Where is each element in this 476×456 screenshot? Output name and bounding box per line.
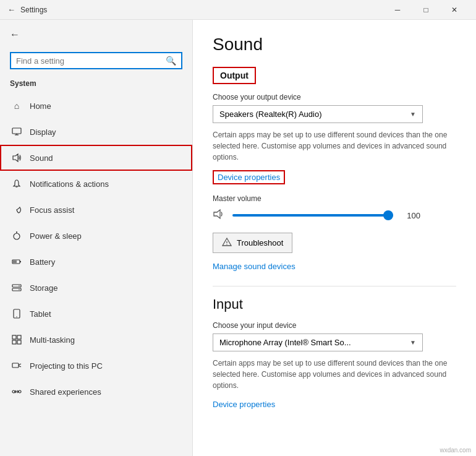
sidebar-item-home[interactable]: ⌂ Home [0, 93, 192, 119]
sidebar-item-label: Home [30, 101, 51, 111]
input-section-title: Input [213, 296, 456, 312]
sidebar-item-display[interactable]: Display [0, 119, 192, 145]
battery-icon [11, 256, 22, 267]
svg-line-21 [19, 366, 21, 367]
volume-section: Master volume 100 [213, 194, 456, 223]
svg-point-14 [16, 316, 17, 317]
sidebar-item-notifications[interactable]: Notifications & actions [0, 171, 192, 197]
svg-rect-19 [12, 363, 19, 368]
back-arrow-icon: ← [10, 29, 20, 40]
troubleshoot-label: Troubleshoot [237, 238, 283, 247]
svg-rect-15 [12, 335, 16, 339]
search-icon: 🔍 [166, 56, 176, 66]
search-input[interactable] [16, 56, 166, 66]
sidebar-item-label: Display [30, 127, 56, 137]
svg-line-20 [19, 364, 21, 365]
svg-rect-0 [12, 128, 21, 134]
device-properties-link[interactable]: Device properties [213, 170, 285, 184]
input-section: Input Choose your input device Microphon… [213, 296, 456, 419]
sidebar-item-label: Tablet [30, 309, 51, 319]
volume-row: 100 [213, 208, 456, 223]
sound-icon [11, 152, 22, 163]
svg-rect-9 [12, 285, 21, 287]
sidebar-item-power[interactable]: Power & sleep [0, 223, 192, 249]
troubleshoot-button[interactable]: Troubleshoot [213, 233, 292, 253]
power-icon [11, 230, 22, 241]
sidebar-item-storage[interactable]: Storage [0, 275, 192, 301]
sidebar-item-label: Sound [30, 153, 53, 163]
manage-sound-devices-link[interactable]: Manage sound devices [213, 262, 295, 271]
output-section: Output Choose your output device Speaker… [213, 67, 456, 281]
svg-rect-17 [12, 340, 16, 344]
titlebar: ← Settings ─ □ ✕ [0, 0, 476, 20]
sidebar-back-button[interactable]: ← [0, 20, 192, 49]
sidebar-item-projecting[interactable]: Projecting to this PC [0, 353, 192, 379]
sidebar-item-label: Storage [30, 283, 58, 293]
content-area: Sound Output Choose your output device S… [193, 20, 476, 456]
sidebar-item-multitasking[interactable]: Multi-tasking [0, 327, 192, 353]
svg-point-26 [226, 244, 227, 244]
window-controls: ─ □ ✕ [383, 0, 469, 20]
sidebar: ← 🔍 System ⌂ Home Display [0, 20, 193, 456]
output-info-text: Certain apps may be set up to use differ… [213, 129, 448, 163]
volume-thumb[interactable] [383, 210, 393, 220]
back-icon[interactable]: ← [7, 5, 15, 14]
sidebar-item-sound[interactable]: Sound [0, 145, 192, 171]
sidebar-item-label: Battery [30, 257, 55, 267]
choose-output-label: Choose your output device [213, 93, 456, 101]
svg-rect-8 [13, 260, 17, 263]
window-title: Settings [20, 6, 383, 14]
shared-icon [11, 386, 22, 397]
svg-marker-3 [13, 154, 18, 161]
svg-rect-10 [12, 288, 21, 291]
svg-point-4 [14, 233, 20, 239]
display-icon [11, 126, 22, 137]
storage-icon [11, 282, 22, 293]
tablet-icon [11, 308, 22, 319]
volume-value: 100 [401, 211, 420, 220]
section-divider [213, 286, 456, 286]
sidebar-item-tablet[interactable]: Tablet [0, 301, 192, 327]
focus-icon [11, 204, 22, 215]
notifications-icon [11, 178, 22, 189]
output-device-value: Speakers (Realtek(R) Audio) [219, 110, 321, 119]
svg-point-11 [19, 285, 20, 286]
sidebar-item-focus[interactable]: Focus assist [0, 197, 192, 223]
input-device-properties-link[interactable]: Device properties [213, 400, 275, 409]
dropdown-chevron-icon: ▼ [410, 339, 416, 346]
sidebar-item-label: Shared experiences [30, 387, 101, 397]
output-device-dropdown[interactable]: Speakers (Realtek(R) Audio) ▼ [213, 105, 423, 123]
output-section-header: Output [213, 67, 256, 84]
input-device-value: Microphone Array (Intel® Smart So... [219, 338, 351, 347]
projecting-icon [11, 360, 22, 371]
sidebar-item-label: Notifications & actions [30, 179, 109, 189]
input-info-text: Certain apps may be set up to use differ… [213, 358, 448, 391]
volume-label: Master volume [213, 194, 456, 203]
home-icon: ⌂ [11, 100, 22, 111]
volume-track [232, 214, 393, 217]
svg-point-12 [19, 289, 20, 290]
minimize-button[interactable]: ─ [383, 0, 412, 20]
sidebar-item-shared[interactable]: Shared experiences [0, 379, 192, 405]
svg-rect-7 [20, 261, 21, 262]
multitasking-icon [11, 334, 22, 345]
sidebar-item-label: Focus assist [30, 205, 74, 215]
dropdown-chevron-icon: ▼ [410, 111, 416, 118]
svg-rect-16 [17, 335, 21, 339]
sidebar-section-label: System [0, 77, 192, 93]
sidebar-item-label: Projecting to this PC [30, 361, 103, 371]
volume-speaker-icon [213, 208, 225, 223]
input-device-dropdown[interactable]: Microphone Array (Intel® Smart So... ▼ [213, 333, 423, 351]
close-button[interactable]: ✕ [440, 0, 469, 20]
maximize-button[interactable]: □ [412, 0, 440, 20]
search-box[interactable]: 🔍 [10, 52, 182, 69]
volume-slider[interactable] [232, 209, 393, 222]
main-layout: ← 🔍 System ⌂ Home Display [0, 20, 476, 456]
warning-icon [222, 237, 232, 249]
sidebar-item-battery[interactable]: Battery [0, 249, 192, 275]
svg-marker-24 [214, 210, 220, 218]
page-title: Sound [213, 35, 456, 54]
sidebar-item-label: Multi-tasking [30, 335, 75, 345]
choose-input-label: Choose your input device [213, 321, 456, 330]
sidebar-item-label: Power & sleep [30, 231, 82, 241]
